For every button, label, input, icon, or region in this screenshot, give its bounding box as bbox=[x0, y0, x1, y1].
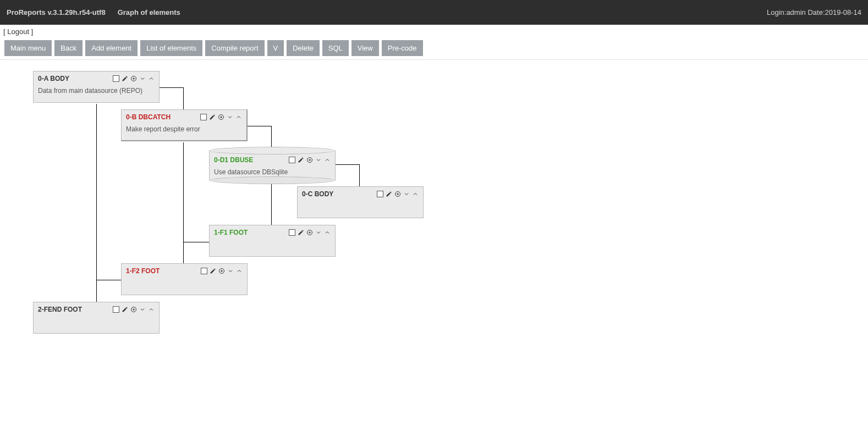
node-title: 0-B DBCATCH bbox=[126, 113, 199, 121]
chevron-up-icon[interactable] bbox=[236, 268, 243, 274]
node-icons bbox=[289, 157, 331, 163]
plus-circle-icon[interactable] bbox=[218, 268, 225, 274]
session-info: Login:admin Date:2019-08-14 bbox=[767, 8, 861, 16]
delete-button[interactable]: Delete bbox=[287, 40, 320, 56]
chevron-down-icon[interactable] bbox=[315, 229, 322, 236]
node-1f2-foot[interactable]: 1-F2 FOOT bbox=[121, 263, 248, 295]
node-title: 0-C BODY bbox=[302, 190, 375, 198]
view-button[interactable]: View bbox=[351, 40, 379, 56]
sql-button[interactable]: SQL bbox=[322, 40, 349, 56]
toolbar: Main menu Back Add element List of eleme… bbox=[0, 38, 868, 60]
chevron-down-icon[interactable] bbox=[315, 157, 322, 163]
node-0a-body[interactable]: 0-A BODY Data from main datasource (REPO… bbox=[33, 71, 160, 103]
node-title: 1-F1 FOOT bbox=[214, 229, 287, 236]
node-title: 0-A BODY bbox=[38, 75, 111, 82]
chevron-down-icon[interactable] bbox=[227, 114, 233, 120]
node-0c-body[interactable]: 0-C BODY bbox=[297, 186, 424, 218]
chevron-up-icon[interactable] bbox=[324, 157, 331, 163]
plus-circle-icon[interactable] bbox=[130, 75, 137, 82]
node-icons bbox=[289, 229, 331, 236]
top-bar: ProReports v.3.1.29h.r54-utf8 Graph of e… bbox=[0, 0, 868, 25]
list-of-elements-button[interactable]: List of elements bbox=[140, 40, 202, 56]
node-0b-dbcatch[interactable]: 0-B DBCATCH Make report despite error bbox=[121, 109, 248, 141]
chevron-up-icon[interactable] bbox=[324, 229, 331, 236]
node-desc bbox=[214, 241, 331, 248]
pencil-icon[interactable] bbox=[386, 191, 392, 197]
back-button[interactable]: Back bbox=[54, 40, 83, 56]
node-icons bbox=[377, 191, 419, 197]
pencil-icon[interactable] bbox=[298, 229, 304, 236]
chevron-up-icon[interactable] bbox=[148, 75, 155, 82]
plus-circle-icon[interactable] bbox=[306, 229, 313, 236]
pencil-icon[interactable] bbox=[122, 306, 128, 313]
add-element-button[interactable]: Add element bbox=[85, 40, 138, 56]
main-menu-button[interactable]: Main menu bbox=[4, 40, 52, 56]
precode-button[interactable]: Pre-code bbox=[382, 40, 423, 56]
node-2fend-foot[interactable]: 2-FEND FOOT bbox=[33, 302, 160, 334]
node-icons bbox=[113, 306, 155, 313]
checkbox-icon[interactable] bbox=[201, 268, 207, 274]
page-title: Graph of elements bbox=[118, 8, 180, 16]
plus-circle-icon[interactable] bbox=[394, 191, 401, 197]
logout-link[interactable]: Logout bbox=[7, 27, 29, 36]
node-desc: Make report despite error bbox=[126, 125, 242, 133]
graph-canvas: 0-A BODY Data from main datasource (REPO… bbox=[33, 71, 868, 346]
chevron-up-icon[interactable] bbox=[412, 191, 419, 197]
node-icons bbox=[113, 75, 155, 82]
node-title: 1-F2 FOOT bbox=[126, 267, 199, 275]
checkbox-icon[interactable] bbox=[377, 191, 383, 197]
node-desc bbox=[126, 279, 243, 287]
node-desc bbox=[38, 318, 155, 325]
node-title: 0-D1 DBUSE bbox=[214, 156, 287, 164]
plus-circle-icon[interactable] bbox=[306, 157, 313, 163]
compile-report-button[interactable]: Compile report bbox=[205, 40, 264, 56]
node-desc: Use datasource DBSqlite bbox=[214, 168, 331, 176]
node-0d1-dbuse[interactable]: 0-D1 DBUSE Use datasource DBSqlite bbox=[209, 151, 336, 180]
node-title: 2-FEND FOOT bbox=[38, 306, 111, 313]
v-button[interactable]: V bbox=[267, 40, 284, 56]
pencil-icon[interactable] bbox=[298, 157, 304, 163]
plus-circle-icon[interactable] bbox=[130, 306, 137, 313]
chevron-up-icon[interactable] bbox=[235, 114, 242, 120]
checkbox-icon[interactable] bbox=[113, 75, 119, 82]
node-desc: Data from main datasource (REPO) bbox=[38, 87, 155, 95]
node-desc bbox=[302, 202, 419, 210]
chevron-down-icon[interactable] bbox=[139, 306, 146, 313]
checkbox-icon[interactable] bbox=[289, 229, 295, 236]
plus-circle-icon[interactable] bbox=[218, 114, 224, 120]
checkbox-icon[interactable] bbox=[200, 114, 207, 120]
chevron-down-icon[interactable] bbox=[139, 75, 146, 82]
logout-row: [ Logout ] bbox=[0, 25, 868, 38]
checkbox-icon[interactable] bbox=[289, 157, 295, 163]
node-1f1-foot[interactable]: 1-F1 FOOT bbox=[209, 225, 336, 257]
pencil-icon[interactable] bbox=[210, 268, 216, 274]
chevron-up-icon[interactable] bbox=[148, 306, 155, 313]
checkbox-icon[interactable] bbox=[113, 306, 119, 313]
app-title: ProReports v.3.1.29h.r54-utf8 bbox=[7, 8, 106, 16]
node-icons bbox=[200, 114, 242, 120]
chevron-down-icon[interactable] bbox=[403, 191, 410, 197]
pencil-icon[interactable] bbox=[122, 75, 128, 82]
pencil-icon[interactable] bbox=[209, 114, 216, 120]
chevron-down-icon[interactable] bbox=[227, 268, 234, 274]
node-icons bbox=[201, 268, 243, 274]
